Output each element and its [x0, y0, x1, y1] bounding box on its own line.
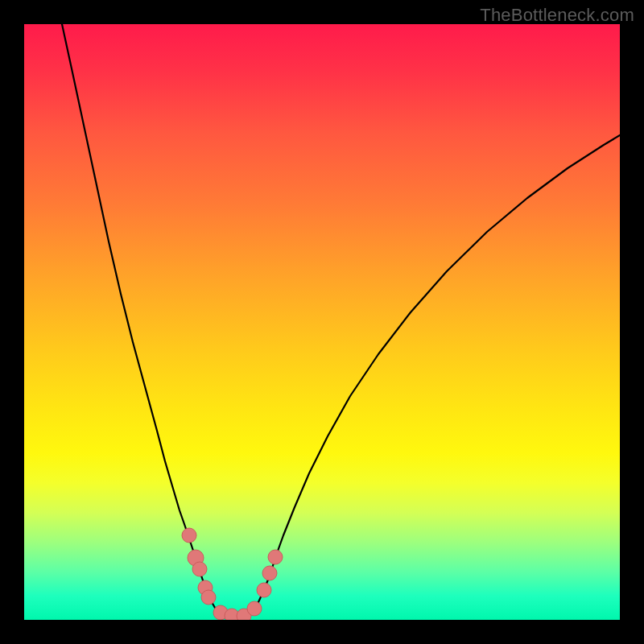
data-marker	[182, 528, 196, 543]
marker-group	[182, 528, 283, 620]
data-marker	[201, 590, 216, 605]
data-marker	[262, 566, 277, 580]
curve-group	[62, 24, 620, 616]
chart-frame: TheBottleneck.com	[0, 0, 644, 644]
data-marker	[192, 562, 207, 576]
data-marker	[247, 601, 262, 616]
bottleneck-curve	[62, 24, 620, 616]
data-marker	[257, 583, 271, 597]
plot-area	[24, 24, 620, 620]
curve-svg	[24, 24, 620, 620]
watermark-text: TheBottleneck.com	[480, 5, 634, 26]
data-marker	[268, 550, 283, 564]
